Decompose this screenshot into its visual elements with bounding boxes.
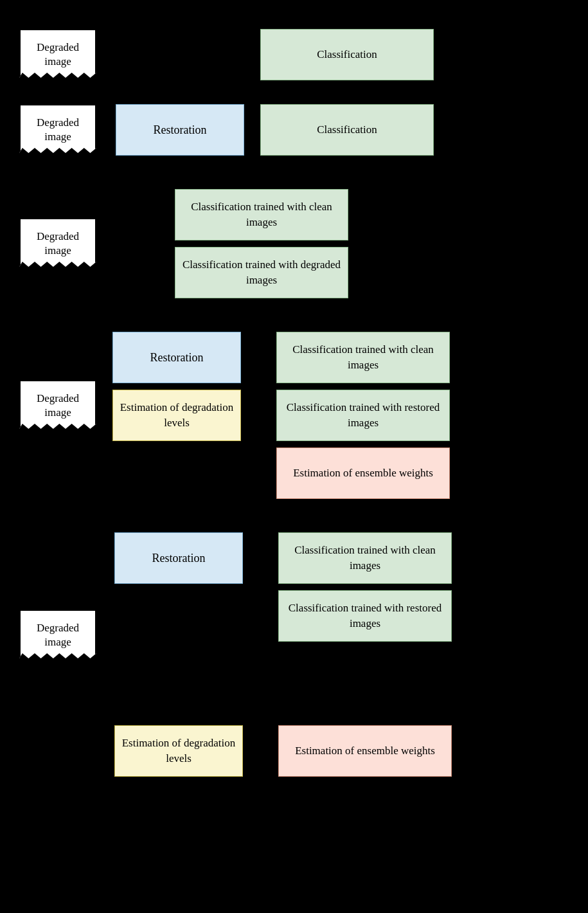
degraded-image-2: Degradedimage <box>19 104 96 156</box>
estimation-ens-box-4: Estimation of ensemble weights <box>276 447 450 499</box>
branch-svg-4 <box>241 338 276 457</box>
left-connectors-5 <box>96 532 114 716</box>
classification-label-5a: Classification trained with clean images <box>285 543 445 574</box>
section-1: Degradedimage Classification <box>0 13 588 87</box>
connector-2a <box>96 129 116 131</box>
restoration-box-2: Restoration <box>116 104 244 156</box>
estimation-deg-label-4: Estimation of degradation levels <box>120 400 234 431</box>
degraded-image-4: Degradedimage <box>19 380 96 431</box>
middle-col-5: Restoration <box>114 532 243 584</box>
section-3: Degradedimage <box>0 173 588 314</box>
middle-col-4: Restoration Estimation of degradation le… <box>112 332 241 441</box>
estimation-deg-label-5: Estimation of degradation levels <box>121 736 236 766</box>
left-svg-5 <box>96 532 114 712</box>
classification-label-5b: Classification trained with restored ima… <box>285 601 445 631</box>
classification-box-5b: Classification trained with restored ima… <box>278 590 452 642</box>
estimation-deg-box-5: Estimation of degradation levels <box>114 725 243 777</box>
estimation-connector-5 <box>243 750 278 752</box>
estimation-ens-label-5: Estimation of ensemble weights <box>295 743 435 759</box>
classification-box-3b: Classification trained with degraded ima… <box>175 247 348 298</box>
classification-label-4b: Classification trained with restored ima… <box>283 400 443 431</box>
restoration-box-5: Restoration <box>114 532 243 584</box>
classification-label-4a: Classification trained with clean images <box>283 342 443 373</box>
classification-label-1: Classification <box>317 47 377 62</box>
estimation-deg-box-4: Estimation of degradation levels <box>112 390 241 441</box>
section-4: Degradedimage Restoration Estimation of … <box>0 316 588 515</box>
branch-svg-3 <box>136 201 175 284</box>
branch-svg-5 <box>243 532 278 616</box>
right-col-4: Classification trained with clean images… <box>276 332 450 499</box>
classification-box-4a: Classification trained with clean images <box>276 332 450 383</box>
connector-1 <box>96 54 260 55</box>
restoration-label-2: Restoration <box>154 123 207 137</box>
diagram: Degradedimage Classification Degradedima… <box>0 0 588 913</box>
degraded-image-3: Degradedimage <box>19 218 96 269</box>
degraded-image-5: Degradedimage <box>19 610 96 661</box>
left-col-5: Degradedimage <box>19 532 96 661</box>
degraded-label-3: Degradedimage <box>37 230 79 258</box>
connector-2b <box>244 129 260 131</box>
degraded-image-1: Degradedimage <box>19 29 96 80</box>
restoration-box-4: Restoration <box>112 332 241 383</box>
h-line-4a <box>96 405 112 406</box>
classification-box-2: Classification <box>260 104 434 156</box>
classification-box-5a: Classification trained with clean images <box>278 532 452 584</box>
classification-box-4b: Classification trained with restored ima… <box>276 390 450 441</box>
classification-box-3a: Classification trained with clean images <box>175 189 348 240</box>
right-col-5: Classification trained with clean images… <box>278 532 452 642</box>
estimation-ens-box-5: Estimation of ensemble weights <box>278 725 452 777</box>
estimation-ens-label-4: Estimation of ensemble weights <box>293 466 433 481</box>
estimation-row-5: Estimation of degradation levels Estimat… <box>19 725 569 777</box>
degraded-label-1: Degradedimage <box>37 41 79 69</box>
degraded-label-4: Degradedimage <box>37 392 79 420</box>
classification-label-3b: Classification trained with degraded ima… <box>182 257 341 288</box>
degraded-label-2: Degradedimage <box>37 116 79 144</box>
classification-box-1: Classification <box>260 29 434 80</box>
section-2: Degradedimage Restoration Classification <box>0 88 588 172</box>
section-5: Degradedimage Restoration <box>0 516 588 786</box>
restoration-label-4: Restoration <box>150 351 204 365</box>
degraded-label-5: Degradedimage <box>37 621 79 649</box>
class-stack-3: Classification trained with clean images… <box>175 189 348 298</box>
classification-label-2: Classification <box>317 122 377 138</box>
h-line-3a <box>96 243 116 244</box>
restoration-label-5: Restoration <box>152 552 206 565</box>
classification-label-3a: Classification trained with clean images <box>182 199 341 230</box>
